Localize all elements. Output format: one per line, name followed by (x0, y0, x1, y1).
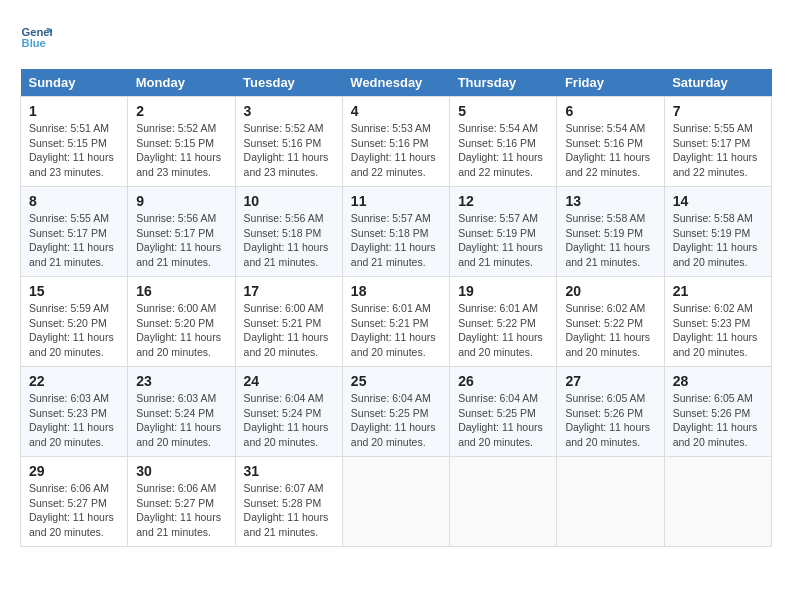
day-info: Sunrise: 5:57 AM Sunset: 5:18 PM Dayligh… (351, 211, 441, 270)
day-info: Sunrise: 5:56 AM Sunset: 5:18 PM Dayligh… (244, 211, 334, 270)
calendar-cell-30: 30 Sunrise: 6:06 AM Sunset: 5:27 PM Dayl… (128, 457, 235, 547)
day-number: 1 (29, 103, 119, 119)
day-info: Sunrise: 5:55 AM Sunset: 5:17 PM Dayligh… (29, 211, 119, 270)
calendar-cell-10: 10 Sunrise: 5:56 AM Sunset: 5:18 PM Dayl… (235, 187, 342, 277)
day-info: Sunrise: 5:55 AM Sunset: 5:17 PM Dayligh… (673, 121, 763, 180)
day-number: 18 (351, 283, 441, 299)
day-number: 17 (244, 283, 334, 299)
empty-cell (450, 457, 557, 547)
weekday-header-wednesday: Wednesday (342, 69, 449, 97)
calendar-cell-24: 24 Sunrise: 6:04 AM Sunset: 5:24 PM Dayl… (235, 367, 342, 457)
calendar-cell-12: 12 Sunrise: 5:57 AM Sunset: 5:19 PM Dayl… (450, 187, 557, 277)
day-number: 6 (565, 103, 655, 119)
calendar-cell-17: 17 Sunrise: 6:00 AM Sunset: 5:21 PM Dayl… (235, 277, 342, 367)
day-info: Sunrise: 5:56 AM Sunset: 5:17 PM Dayligh… (136, 211, 226, 270)
day-info: Sunrise: 5:52 AM Sunset: 5:16 PM Dayligh… (244, 121, 334, 180)
calendar-cell-29: 29 Sunrise: 6:06 AM Sunset: 5:27 PM Dayl… (21, 457, 128, 547)
day-info: Sunrise: 6:05 AM Sunset: 5:26 PM Dayligh… (565, 391, 655, 450)
weekday-header-friday: Friday (557, 69, 664, 97)
day-info: Sunrise: 6:00 AM Sunset: 5:21 PM Dayligh… (244, 301, 334, 360)
day-number: 23 (136, 373, 226, 389)
empty-cell (664, 457, 771, 547)
calendar-cell-27: 27 Sunrise: 6:05 AM Sunset: 5:26 PM Dayl… (557, 367, 664, 457)
day-number: 29 (29, 463, 119, 479)
day-number: 21 (673, 283, 763, 299)
weekday-header-sunday: Sunday (21, 69, 128, 97)
day-number: 14 (673, 193, 763, 209)
calendar: SundayMondayTuesdayWednesdayThursdayFrid… (20, 69, 772, 547)
day-number: 12 (458, 193, 548, 209)
day-info: Sunrise: 5:54 AM Sunset: 5:16 PM Dayligh… (458, 121, 548, 180)
calendar-cell-20: 20 Sunrise: 6:02 AM Sunset: 5:22 PM Dayl… (557, 277, 664, 367)
day-info: Sunrise: 5:51 AM Sunset: 5:15 PM Dayligh… (29, 121, 119, 180)
day-number: 31 (244, 463, 334, 479)
weekday-header-monday: Monday (128, 69, 235, 97)
day-info: Sunrise: 6:03 AM Sunset: 5:23 PM Dayligh… (29, 391, 119, 450)
day-number: 19 (458, 283, 548, 299)
weekday-header-thursday: Thursday (450, 69, 557, 97)
day-info: Sunrise: 5:57 AM Sunset: 5:19 PM Dayligh… (458, 211, 548, 270)
calendar-cell-4: 4 Sunrise: 5:53 AM Sunset: 5:16 PM Dayli… (342, 97, 449, 187)
calendar-cell-3: 3 Sunrise: 5:52 AM Sunset: 5:16 PM Dayli… (235, 97, 342, 187)
day-number: 25 (351, 373, 441, 389)
calendar-cell-6: 6 Sunrise: 5:54 AM Sunset: 5:16 PM Dayli… (557, 97, 664, 187)
day-number: 2 (136, 103, 226, 119)
calendar-cell-18: 18 Sunrise: 6:01 AM Sunset: 5:21 PM Dayl… (342, 277, 449, 367)
calendar-cell-2: 2 Sunrise: 5:52 AM Sunset: 5:15 PM Dayli… (128, 97, 235, 187)
day-info: Sunrise: 6:04 AM Sunset: 5:25 PM Dayligh… (351, 391, 441, 450)
day-info: Sunrise: 6:00 AM Sunset: 5:20 PM Dayligh… (136, 301, 226, 360)
day-number: 7 (673, 103, 763, 119)
svg-text:Blue: Blue (22, 37, 46, 49)
calendar-cell-11: 11 Sunrise: 5:57 AM Sunset: 5:18 PM Dayl… (342, 187, 449, 277)
day-info: Sunrise: 5:54 AM Sunset: 5:16 PM Dayligh… (565, 121, 655, 180)
day-number: 13 (565, 193, 655, 209)
empty-cell (342, 457, 449, 547)
day-info: Sunrise: 6:07 AM Sunset: 5:28 PM Dayligh… (244, 481, 334, 540)
day-info: Sunrise: 6:05 AM Sunset: 5:26 PM Dayligh… (673, 391, 763, 450)
calendar-cell-1: 1 Sunrise: 5:51 AM Sunset: 5:15 PM Dayli… (21, 97, 128, 187)
day-info: Sunrise: 5:53 AM Sunset: 5:16 PM Dayligh… (351, 121, 441, 180)
svg-text:General: General (22, 26, 52, 38)
day-info: Sunrise: 6:06 AM Sunset: 5:27 PM Dayligh… (136, 481, 226, 540)
weekday-header-tuesday: Tuesday (235, 69, 342, 97)
logo-icon: General Blue (20, 20, 52, 52)
calendar-cell-19: 19 Sunrise: 6:01 AM Sunset: 5:22 PM Dayl… (450, 277, 557, 367)
calendar-cell-9: 9 Sunrise: 5:56 AM Sunset: 5:17 PM Dayli… (128, 187, 235, 277)
day-number: 11 (351, 193, 441, 209)
calendar-cell-5: 5 Sunrise: 5:54 AM Sunset: 5:16 PM Dayli… (450, 97, 557, 187)
day-info: Sunrise: 5:58 AM Sunset: 5:19 PM Dayligh… (673, 211, 763, 270)
day-info: Sunrise: 6:01 AM Sunset: 5:21 PM Dayligh… (351, 301, 441, 360)
day-number: 20 (565, 283, 655, 299)
day-number: 3 (244, 103, 334, 119)
logo: General Blue (20, 20, 56, 52)
day-number: 9 (136, 193, 226, 209)
day-info: Sunrise: 6:01 AM Sunset: 5:22 PM Dayligh… (458, 301, 548, 360)
calendar-cell-14: 14 Sunrise: 5:58 AM Sunset: 5:19 PM Dayl… (664, 187, 771, 277)
day-number: 10 (244, 193, 334, 209)
day-number: 27 (565, 373, 655, 389)
day-number: 30 (136, 463, 226, 479)
day-info: Sunrise: 6:04 AM Sunset: 5:25 PM Dayligh… (458, 391, 548, 450)
day-number: 8 (29, 193, 119, 209)
day-number: 28 (673, 373, 763, 389)
calendar-cell-25: 25 Sunrise: 6:04 AM Sunset: 5:25 PM Dayl… (342, 367, 449, 457)
calendar-cell-23: 23 Sunrise: 6:03 AM Sunset: 5:24 PM Dayl… (128, 367, 235, 457)
weekday-header-saturday: Saturday (664, 69, 771, 97)
calendar-cell-15: 15 Sunrise: 5:59 AM Sunset: 5:20 PM Dayl… (21, 277, 128, 367)
day-info: Sunrise: 6:06 AM Sunset: 5:27 PM Dayligh… (29, 481, 119, 540)
day-number: 22 (29, 373, 119, 389)
calendar-cell-21: 21 Sunrise: 6:02 AM Sunset: 5:23 PM Dayl… (664, 277, 771, 367)
calendar-cell-28: 28 Sunrise: 6:05 AM Sunset: 5:26 PM Dayl… (664, 367, 771, 457)
day-number: 5 (458, 103, 548, 119)
day-info: Sunrise: 5:52 AM Sunset: 5:15 PM Dayligh… (136, 121, 226, 180)
calendar-cell-7: 7 Sunrise: 5:55 AM Sunset: 5:17 PM Dayli… (664, 97, 771, 187)
calendar-cell-8: 8 Sunrise: 5:55 AM Sunset: 5:17 PM Dayli… (21, 187, 128, 277)
day-info: Sunrise: 6:02 AM Sunset: 5:23 PM Dayligh… (673, 301, 763, 360)
calendar-cell-13: 13 Sunrise: 5:58 AM Sunset: 5:19 PM Dayl… (557, 187, 664, 277)
calendar-cell-22: 22 Sunrise: 6:03 AM Sunset: 5:23 PM Dayl… (21, 367, 128, 457)
day-number: 15 (29, 283, 119, 299)
day-number: 26 (458, 373, 548, 389)
empty-cell (557, 457, 664, 547)
day-number: 24 (244, 373, 334, 389)
day-number: 16 (136, 283, 226, 299)
